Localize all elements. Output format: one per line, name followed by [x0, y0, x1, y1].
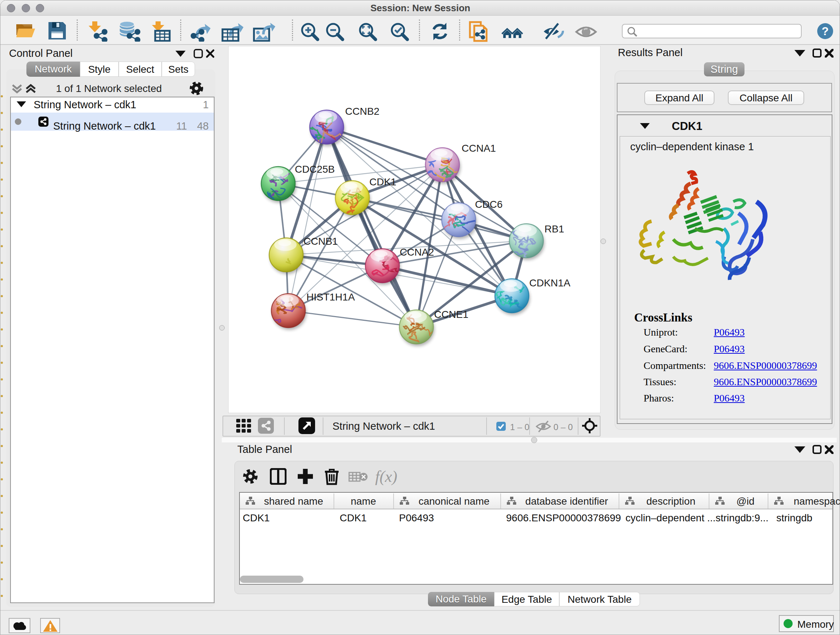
svg-text:CCNA1: CCNA1: [462, 143, 496, 154]
svg-text:CCNA2: CCNA2: [400, 247, 434, 258]
svg-text:CCNB2: CCNB2: [345, 106, 379, 117]
svg-text:CDC6: CDC6: [475, 199, 502, 210]
svg-text:CDC25B: CDC25B: [295, 164, 335, 175]
svg-text:?: ?: [821, 25, 829, 38]
svg-text:CDK1: CDK1: [369, 176, 396, 187]
svg-text:HIST1H1A: HIST1H1A: [306, 291, 355, 302]
svg-text:CDKN1A: CDKN1A: [529, 277, 570, 288]
svg-text:CCNE1: CCNE1: [434, 309, 469, 320]
svg-text:CCNB1: CCNB1: [303, 236, 338, 247]
svg-text:RB1: RB1: [545, 223, 564, 234]
